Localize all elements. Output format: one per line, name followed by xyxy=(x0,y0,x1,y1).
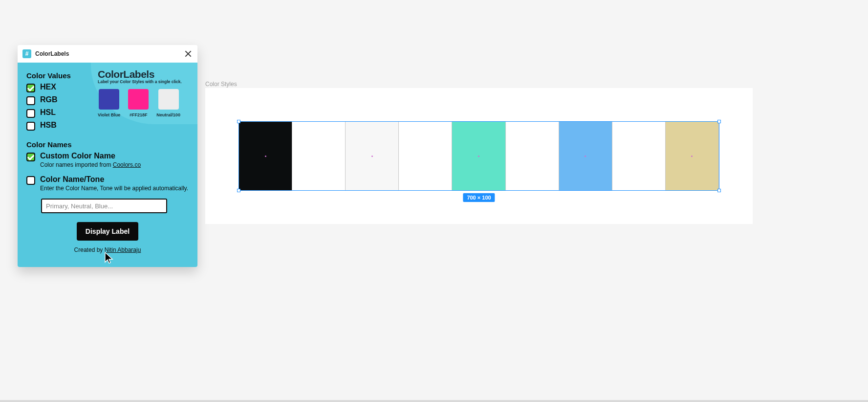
swatch-chip xyxy=(128,89,149,110)
checkbox-label: HEX xyxy=(40,83,56,91)
brand-swatch: Neutral/100 xyxy=(156,89,180,117)
swatch-chip xyxy=(99,89,119,110)
selection-group[interactable]: 700 × 100 xyxy=(239,121,719,191)
anchor-dot-icon xyxy=(371,156,373,157)
color-cell[interactable] xyxy=(612,122,666,190)
checkbox[interactable] xyxy=(26,96,35,105)
selection-handle[interactable] xyxy=(237,189,240,192)
author-link[interactable]: Nitin Abbaraju xyxy=(105,246,141,253)
checkbox[interactable] xyxy=(26,122,35,131)
color-cell[interactable] xyxy=(666,122,719,190)
selection-handle[interactable] xyxy=(717,120,721,123)
brand-title: ColorLabels xyxy=(98,68,192,80)
frame-label[interactable]: Color Styles xyxy=(205,81,237,88)
anchor-dot-icon xyxy=(585,156,586,157)
brand-card: ColorLabels Label your Color Styles with… xyxy=(91,63,197,124)
checkbox[interactable] xyxy=(26,153,35,161)
checkbox[interactable] xyxy=(26,109,35,118)
brand-subtitle: Label your Color Styles with a single cl… xyxy=(98,79,192,84)
checkbox-label: Color Name/Tone xyxy=(40,175,188,184)
checkbox-label: HSL xyxy=(40,108,56,117)
sublabel-text: Color names imported from xyxy=(40,161,113,168)
color-name-input[interactable] xyxy=(41,199,167,213)
swatch-label: Neutral/100 xyxy=(156,112,180,117)
swatch-label: Violet Blue xyxy=(98,112,120,117)
plugin-titlebar[interactable]: # ColorLabels xyxy=(18,45,197,63)
plugin-hash-icon: # xyxy=(22,49,31,58)
selection-handle[interactable] xyxy=(237,120,240,123)
anchor-dot-icon xyxy=(478,156,479,157)
coolors-link[interactable]: Coolors.co xyxy=(113,161,141,168)
swatch-chip xyxy=(158,89,179,110)
swatch-label: #FF218F xyxy=(130,112,148,117)
display-label-button[interactable]: Display Label xyxy=(77,222,138,241)
color-cell[interactable] xyxy=(239,122,292,190)
color-names-heading: Color Names xyxy=(26,140,189,149)
anchor-dot-icon xyxy=(265,156,266,157)
selection-size-badge: 700 × 100 xyxy=(463,193,495,202)
checkbox-label: HSB xyxy=(40,121,57,130)
plugin-window: # ColorLabels ColorLabels Label your Col… xyxy=(18,45,197,267)
checkbox[interactable] xyxy=(26,176,35,185)
color-cell[interactable] xyxy=(452,122,505,190)
checkbox-label: RGB xyxy=(40,95,58,104)
brand-swatch: Violet Blue xyxy=(98,89,120,117)
brand-swatch: #FF218F xyxy=(128,89,149,117)
name-option-tone[interactable]: Color Name/Tone Enter the Color Name, To… xyxy=(26,175,189,192)
checkbox-sublabel: Color names imported from Coolors.co xyxy=(40,161,141,168)
checkbox-label: Custom Color Name xyxy=(40,152,141,160)
checkbox[interactable] xyxy=(26,84,35,92)
color-cell[interactable] xyxy=(399,122,452,190)
credits: Created by Nitin Abbaraju xyxy=(26,246,189,253)
anchor-dot-icon xyxy=(691,156,693,157)
color-cell[interactable] xyxy=(559,122,612,190)
plugin-body: ColorLabels Label your Color Styles with… xyxy=(18,63,197,267)
selection-handle[interactable] xyxy=(717,189,721,192)
color-cell[interactable] xyxy=(346,122,399,190)
name-option-custom[interactable]: Custom Color Name Color names imported f… xyxy=(26,152,189,168)
brand-swatch-row: Violet Blue #FF218F Neutral/100 xyxy=(98,89,192,117)
color-cell[interactable] xyxy=(292,122,346,190)
checkbox-sublabel: Enter the Color Name, Tone will be appli… xyxy=(40,185,188,192)
bottom-bar xyxy=(0,400,868,402)
color-cell[interactable] xyxy=(506,122,559,190)
credits-text: Created by xyxy=(74,246,105,253)
close-icon[interactable] xyxy=(184,49,193,58)
plugin-title: ColorLabels xyxy=(35,50,69,57)
